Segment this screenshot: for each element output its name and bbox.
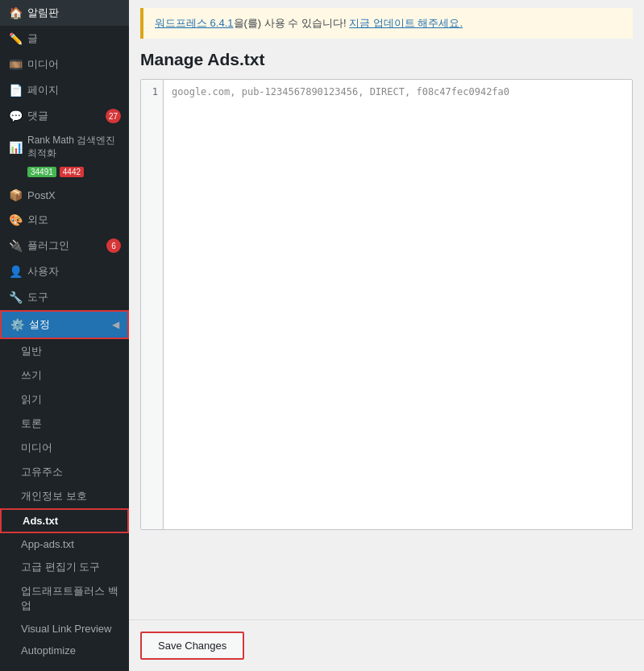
sidebar-item-label: 플러그인 [27,238,102,253]
sidebar-item-label: 글 [27,31,121,46]
sidebar-item-users[interactable]: 👤 사용자 [0,259,129,284]
sidebar-item-appearance[interactable]: 🎨 외모 [0,207,129,233]
sidebar-item-label: PostX [27,189,121,201]
page-title: Manage Ads.txt [140,50,633,69]
sidebar-item-label: 외모 [27,213,121,227]
settings-icon: ⚙️ [10,318,24,331]
users-icon: 👤 [8,265,23,278]
submenu-item-privacy[interactable]: 개인정보 보호 [0,484,129,508]
sidebar-item-pages[interactable]: 📄 페이지 [0,77,129,103]
sidebar-item-label: 사용자 [27,264,121,279]
update-now-link[interactable]: 지금 업데이트 해주세요. [349,17,463,29]
sidebar-item-postx[interactable]: 📦 PostX [0,183,129,207]
wordpress-version-link[interactable]: 워드프레스 6.4.1 [155,17,234,29]
submenu-item-discussion[interactable]: 토론 [0,412,129,436]
submenu-item-visuallinkpreview[interactable]: Visual Link Preview [0,618,129,640]
sidebar-item-label: 알림판 [27,6,121,20]
sidebar-item-label: 도구 [27,290,121,304]
save-changes-button[interactable]: Save Changes [140,632,244,660]
submenu-item-permalinks[interactable]: 고유주소 [0,460,129,484]
sidebar-item-media[interactable]: 🎞️ 미디어 [0,52,129,77]
line-numbers: 1 [141,80,164,529]
submenu-item-advancededitor[interactable]: 고급 편집기 도구 [0,555,129,579]
sidebar: 🏠 알림판 ✏️ 글 🎞️ 미디어 📄 페이지 💬 댓글 27 📊 Rank M… [0,0,129,671]
posts-icon: ✏️ [8,32,23,45]
plugins-icon: 🔌 [8,239,23,252]
sidebar-item-rankmath[interactable]: 📊 Rank Math 검색엔진 최적화 34491 4442 [0,129,129,183]
pages-icon: 📄 [8,84,23,97]
submenu-item-general[interactable]: 일반 [0,339,129,363]
update-bar-text: 워드프레스 6.4.1을(를) 사용 수 있습니다! 지금 업데이트 해주세요. [155,17,463,29]
tools-icon: 🔧 [8,291,23,304]
settings-collapse-icon: ◀ [112,319,119,330]
comments-badge: 27 [106,109,121,123]
sidebar-item-label: 댓글 [27,109,101,123]
main-content: 워드프레스 6.4.1을(를) 사용 수 있습니다! 지금 업데이트 해주세요.… [129,0,644,671]
sidebar-item-comments[interactable]: 💬 댓글 27 [0,103,129,129]
submenu-item-appadstxt[interactable]: App-ads.txt [0,533,129,555]
submenu-item-writing[interactable]: 쓰기 [0,363,129,387]
sidebar-item-plugins[interactable]: 🔌 플러그인 6 [0,233,129,259]
ads-txt-editor: 1 google.com, pub-1234567890123456, DIRE… [140,79,633,530]
plugins-badge: 6 [106,238,121,253]
submenu-item-autoptimize[interactable]: Autoptimize [0,640,129,661]
sidebar-item-label: 설정 [29,317,107,332]
rankmath-icon: 📊 [8,141,23,154]
submenu-item-reading[interactable]: 읽기 [0,387,129,412]
media-icon: 🎞️ [8,58,23,71]
sidebar-item-posts[interactable]: ✏️ 글 [0,26,129,52]
sidebar-item-dashboard[interactable]: 🏠 알림판 [0,0,129,26]
submenu-item-updraftplus[interactable]: 업드래프트플러스 백업 [0,579,129,618]
settings-submenu: 일반 쓰기 읽기 토론 미디어 고유주소 개인정보 보호 Ads.txt App… [0,339,129,661]
update-bar: 워드프레스 6.4.1을(를) 사용 수 있습니다! 지금 업데이트 해주세요. [140,8,633,39]
dashboard-icon: 🏠 [8,6,23,19]
sidebar-item-settings[interactable]: ⚙️ 설정 ◀ [0,310,129,339]
sidebar-item-label: 미디어 [27,57,121,72]
rankmath-num2: 4442 [60,167,84,177]
content-area: Manage Ads.txt 1 google.com, pub-1234567… [129,39,644,619]
ads-txt-textarea[interactable]: google.com, pub-1234567890123456, DIRECT… [164,80,632,529]
postx-icon: 📦 [8,188,23,201]
appearance-icon: 🎨 [8,213,23,226]
comments-icon: 💬 [8,110,23,122]
sidebar-item-label: Rank Math 검색엔진 최적화 [27,135,121,159]
sidebar-item-label: 페이지 [27,83,121,97]
submenu-item-adstxt[interactable]: Ads.txt [0,508,129,533]
rankmath-num1: 34491 [27,167,56,177]
footer-bar: Save Changes [129,619,644,671]
sidebar-item-tools[interactable]: 🔧 도구 [0,284,129,310]
submenu-item-media-settings[interactable]: 미디어 [0,436,129,460]
line-number-1: 1 [146,86,158,97]
